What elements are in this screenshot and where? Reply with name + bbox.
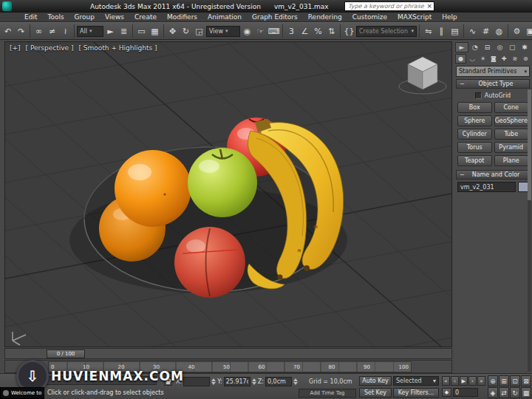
- y-coordinate-input[interactable]: [224, 377, 250, 386]
- mirror-icon[interactable]: ⇋: [422, 24, 434, 38]
- geosphere-button[interactable]: GeoSphere: [494, 115, 529, 126]
- tab-create-icon[interactable]: ►: [455, 42, 468, 52]
- select-move-icon[interactable]: ✥: [166, 24, 179, 38]
- select-link-icon[interactable]: ∞: [33, 24, 45, 38]
- cone-button[interactable]: Cone: [494, 102, 529, 113]
- orange-front[interactable]: [115, 150, 191, 227]
- selection-region-icon[interactable]: ▭: [135, 24, 148, 38]
- material-editor-icon[interactable]: ◍: [493, 24, 505, 38]
- window-crossing-icon[interactable]: ▦: [149, 24, 161, 38]
- select-scale-icon[interactable]: ◲: [193, 24, 205, 38]
- pyramid-button[interactable]: Pyramid: [494, 142, 529, 153]
- zoom-region-icon[interactable]: ◈: [488, 387, 498, 398]
- category-systems-icon[interactable]: ⊛: [521, 54, 531, 64]
- autogrid-checkbox[interactable]: [475, 92, 482, 99]
- category-geometry-icon[interactable]: ●: [455, 54, 466, 64]
- menu-tools[interactable]: Tools: [42, 13, 69, 21]
- zoom-icon[interactable]: ⊕: [488, 375, 498, 386]
- time-slider-handle[interactable]: 0 / 100: [47, 349, 85, 358]
- panel-scrollbar-thumb[interactable]: [528, 89, 531, 200]
- viewport-canvas[interactable]: [5, 42, 451, 347]
- pivot-center-icon[interactable]: ◉: [241, 24, 253, 38]
- geometry-category-dropdown[interactable]: Standard Primitives ▾: [456, 66, 530, 77]
- unlink-icon[interactable]: ≠: [46, 24, 58, 38]
- zoom-all-icon[interactable]: ⊞: [499, 375, 509, 386]
- time-slider[interactable]: 0 / 100: [4, 348, 452, 359]
- menu-group[interactable]: Group: [69, 13, 100, 21]
- select-rotate-icon[interactable]: ↻: [180, 24, 192, 38]
- curve-editor-icon[interactable]: ∿: [466, 24, 479, 38]
- perspective-viewport[interactable]: [+] [ Perspective ] [ Smooth + Highlight…: [4, 41, 452, 347]
- zoom-extents-all-icon[interactable]: ⊠: [521, 375, 531, 386]
- y-spinner[interactable]: [252, 378, 256, 385]
- menu-animation[interactable]: Animation: [202, 13, 247, 21]
- edit-selection-sets-icon[interactable]: {}: [343, 24, 355, 38]
- render-frame-icon[interactable]: ▣: [524, 24, 532, 38]
- z-coordinate-input[interactable]: [265, 377, 292, 386]
- peach[interactable]: [174, 227, 245, 298]
- key-set-dropdown[interactable]: Selected ▾: [393, 376, 439, 386]
- redo-icon[interactable]: ↷: [15, 24, 27, 38]
- angle-snap-icon[interactable]: ∠: [299, 24, 311, 38]
- next-frame-button[interactable]: ›: [468, 376, 477, 386]
- 3ds-max-logo-icon[interactable]: [2, 1, 12, 11]
- menu-customize[interactable]: Customize: [347, 13, 392, 21]
- zoom-extents-icon[interactable]: ⊡: [510, 375, 520, 386]
- x-spinner[interactable]: [211, 378, 216, 385]
- set-key-button[interactable]: Set Key: [359, 388, 392, 398]
- current-frame-input[interactable]: [453, 388, 478, 397]
- named-selection-set-dropdown[interactable]: Create Selection Set ▾: [356, 26, 417, 37]
- infocenter-search[interactable]: ×: [344, 1, 434, 11]
- add-time-tag[interactable]: Add Time Tag: [299, 389, 356, 398]
- tube-button[interactable]: Tube: [494, 129, 529, 140]
- pan-icon[interactable]: ⇄: [499, 387, 509, 398]
- category-lights-icon[interactable]: ☀: [478, 54, 488, 64]
- object-type-rollout-header[interactable]: − Object Type: [456, 79, 530, 89]
- menu-views[interactable]: Views: [100, 13, 129, 21]
- undo-icon[interactable]: ↶: [1, 24, 14, 38]
- menu-create[interactable]: Create: [129, 13, 162, 21]
- key-filters-button[interactable]: Key Filters...: [393, 388, 439, 398]
- menu-help[interactable]: Help: [437, 13, 463, 21]
- percent-snap-icon[interactable]: %: [312, 24, 324, 38]
- box-button[interactable]: Box: [457, 102, 492, 113]
- category-helpers-icon[interactable]: ✚: [499, 54, 509, 64]
- tab-display-icon[interactable]: ▢: [506, 42, 518, 52]
- category-spacewarps-icon[interactable]: ≋: [510, 54, 519, 64]
- tab-modify-icon[interactable]: ◔: [469, 42, 481, 52]
- render-setup-icon[interactable]: ⚙: [511, 24, 523, 38]
- bind-spacewarp-icon[interactable]: ≀: [59, 24, 72, 38]
- tab-utilities-icon[interactable]: ✱: [519, 42, 531, 52]
- menu-edit[interactable]: Edit: [19, 13, 42, 21]
- align-icon[interactable]: ∥: [435, 24, 448, 38]
- search-clear-icon[interactable]: ×: [426, 3, 432, 10]
- object-name-input[interactable]: [457, 182, 516, 192]
- key-mode-toggle-icon[interactable]: ◆: [442, 388, 451, 397]
- orbit-icon[interactable]: ↻: [510, 387, 520, 398]
- go-to-end-button[interactable]: »: [477, 376, 485, 386]
- viewport-general-menu[interactable]: [+]: [10, 44, 21, 52]
- x-coordinate-input[interactable]: [183, 377, 210, 386]
- snaps-toggle-icon[interactable]: 3: [285, 24, 298, 38]
- select-object-icon[interactable]: ►: [104, 24, 117, 38]
- object-color-swatch[interactable]: [518, 182, 528, 192]
- maximize-viewport-icon[interactable]: ▦: [521, 387, 531, 398]
- category-cameras-icon[interactable]: ◙: [488, 54, 498, 64]
- welcome-screen-button[interactable]: Welcome to M: [0, 387, 44, 399]
- schematic-view-icon[interactable]: #: [480, 24, 492, 38]
- tab-motion-icon[interactable]: ◎: [494, 42, 505, 52]
- layer-manager-icon[interactable]: ▤: [449, 24, 461, 38]
- selection-filter-dropdown[interactable]: All ▾: [77, 26, 103, 37]
- teapot-button[interactable]: Teapot: [457, 155, 492, 166]
- select-manipulate-icon[interactable]: ☞: [254, 24, 267, 38]
- search-input[interactable]: [347, 2, 426, 10]
- play-button[interactable]: ▶: [460, 376, 468, 386]
- select-by-name-icon[interactable]: ≣: [117, 24, 130, 38]
- sphere-button[interactable]: Sphere: [457, 115, 492, 126]
- spinner-snap-icon[interactable]: ⇅: [325, 24, 338, 38]
- menu-graph-editors[interactable]: Graph Editors: [247, 13, 303, 21]
- menu-modifiers[interactable]: Modifiers: [162, 13, 202, 21]
- panel-scrollbar[interactable]: [528, 87, 531, 372]
- go-to-start-button[interactable]: «: [442, 376, 450, 386]
- keyboard-override-icon[interactable]: ⌨: [267, 24, 280, 38]
